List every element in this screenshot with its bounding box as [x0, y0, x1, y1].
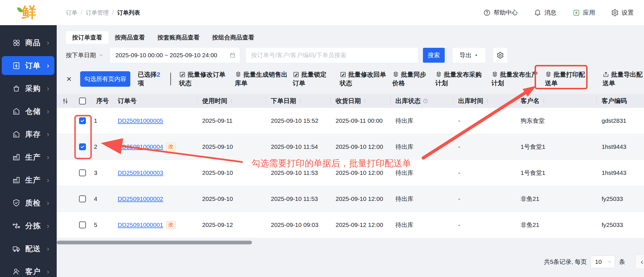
order-number-link[interactable]: DD25091000002 — [118, 195, 163, 202]
cell-customer_code: 1hst9443 — [596, 134, 644, 160]
scrollbar-thumb[interactable] — [57, 241, 252, 244]
row-checkbox[interactable] — [79, 195, 86, 202]
row-checkbox[interactable] — [79, 221, 86, 228]
horizontal-scrollbar[interactable] — [57, 241, 644, 244]
close-icon[interactable] — [66, 76, 72, 82]
toolbar-batch-button-2[interactable]: 批量锁定订单 — [293, 70, 330, 88]
prev-page-button[interactable]: ‹ — [635, 255, 644, 269]
order-number-cell: DD25091000002 — [113, 186, 197, 212]
sort-icon[interactable] — [298, 98, 303, 104]
sidebar-item-3[interactable]: 仓储› — [2, 102, 54, 121]
sidebar-item-8[interactable]: 分拣› — [2, 216, 54, 235]
select-all-cell — [74, 94, 91, 108]
cell-value: 待出库 — [395, 169, 413, 177]
selected-suffix: 项 — [138, 80, 144, 87]
column-header-customer[interactable]: 客户名 — [515, 94, 596, 108]
toolbar-batch-button-6[interactable]: 批量发布生产计划 — [491, 70, 539, 88]
date-type-select[interactable]: 按下单日期 — [66, 51, 104, 59]
row-index: 3 — [94, 169, 97, 176]
sidebar-item-label: 生产 — [25, 152, 41, 162]
toolbar-batch-button-4[interactable]: 批量同步价格 — [392, 70, 427, 88]
sort-icon[interactable] — [541, 98, 546, 104]
tab-1[interactable]: 按商品查看 — [109, 31, 151, 44]
order-number-link[interactable]: DD25091000004 — [118, 143, 163, 150]
toolbar-batch-button-1[interactable]: 批量生成销售出库单 — [235, 70, 289, 88]
chevron-right-icon: › — [47, 199, 49, 207]
row-config-cell — [57, 212, 74, 238]
chevron-down-icon — [607, 260, 612, 264]
cell-use_date: 2025-09-11 — [197, 108, 266, 134]
tab-3[interactable]: 按组合商品查看 — [206, 31, 261, 44]
column-settings-icon[interactable] — [62, 97, 69, 105]
topbar-action-label: 应用 — [583, 9, 595, 17]
column-header-use_date[interactable]: 使用时间 — [197, 94, 266, 108]
chevron-right-icon: › — [47, 268, 49, 275]
chevron-right-icon: › — [47, 245, 49, 252]
row-checkbox[interactable] — [79, 143, 86, 150]
layers-icon — [435, 71, 442, 78]
sidebar-item-4[interactable]: 库存› — [2, 125, 54, 144]
column-header-order_date[interactable]: 下单日期 — [266, 94, 330, 108]
search-input[interactable] — [246, 48, 418, 63]
records-summary: 共5条记录, 每页 — [544, 258, 587, 266]
brand-logo[interactable]: 鲜 — [0, 0, 57, 25]
row-index-cell: 1 — [91, 108, 113, 134]
search-button[interactable]: 搜索 — [423, 48, 445, 63]
prev-page-icon: ‹ — [641, 257, 643, 266]
sidebar-item-2[interactable]: 采购› — [2, 79, 54, 98]
breadcrumb-item-orders[interactable]: 订单 — [66, 9, 77, 17]
row-checkbox-cell — [74, 186, 91, 212]
sort-icon[interactable] — [485, 98, 490, 104]
topbar-action-2[interactable]: 应用 — [572, 9, 595, 17]
toolbar-batch-button-8[interactable]: 批量导出配送单 — [602, 70, 644, 88]
toolbar-batch-button-7[interactable]: 批量打印配送单 — [545, 70, 586, 88]
toolbar-batch-button-0[interactable]: 批量修改订单状态 — [179, 70, 229, 88]
cell-value: 2025-09-10 12:00 — [336, 195, 383, 202]
sort-icon[interactable] — [229, 98, 234, 104]
question-circle-icon[interactable] — [423, 98, 428, 104]
cell-customer: 1号食堂1 — [515, 134, 596, 160]
sidebar-item-7[interactable]: 质检› — [2, 193, 54, 212]
sidebar-item-9[interactable]: 配送› — [2, 239, 54, 258]
column-header-outbound_time[interactable]: 出库时间 — [453, 94, 515, 108]
row-checkbox-cell — [74, 160, 91, 186]
sidebar-item-label: 库存 — [25, 129, 41, 139]
main-area: 订单 / 订单管理 / 订单列表 帮助中心消息应用设置 按订单查看按商品查看按套… — [57, 0, 644, 269]
page-size-select[interactable]: 10 — [591, 256, 615, 268]
tab-0[interactable]: 按订单查看 — [66, 31, 109, 44]
order-number-link[interactable]: DD25091000005 — [118, 117, 163, 124]
cell-value: - — [458, 143, 460, 150]
select-all-pages-button[interactable]: 勾选所有页内容 — [80, 71, 130, 87]
sidebar-item-1[interactable]: 订单› — [2, 56, 54, 75]
export-button[interactable]: 导出 — [453, 48, 485, 63]
tab-2[interactable]: 按套账商品查看 — [151, 31, 206, 44]
sort-icon[interactable] — [362, 98, 368, 104]
topbar-action-3[interactable]: 设置 — [611, 9, 634, 17]
logo-text: 鲜 — [21, 3, 36, 23]
date-range-value: 2025-09-10 00:00 ~ 2025-09-10 24:00 — [115, 52, 229, 59]
inventory-icon — [12, 130, 21, 138]
chevron-right-icon: › — [47, 108, 49, 115]
topbar-action-1[interactable]: 消息 — [534, 9, 556, 17]
sidebar-item-0[interactable]: 商品› — [2, 33, 54, 52]
order-number-link[interactable]: DD25091000001 — [118, 221, 163, 228]
sidebar-item-5[interactable]: 生产› — [2, 148, 54, 167]
breadcrumb-item-order-management[interactable]: 订单管理 — [86, 9, 109, 17]
select-all-checkbox[interactable] — [79, 98, 86, 104]
topbar-action-label: 消息 — [544, 9, 556, 17]
date-range-input[interactable]: 2025-09-10 00:00 ~ 2025-09-10 24:00 — [110, 48, 240, 63]
column-header-receive_date[interactable]: 收货日期 — [330, 94, 390, 108]
sidebar-item-6[interactable]: 生产› — [2, 171, 54, 189]
topbar-action-0[interactable]: 帮助中心 — [483, 9, 518, 17]
toolbar-batch-button-5[interactable]: 批量发布采购计划 — [435, 70, 484, 88]
cell-outbound_time: - — [453, 108, 515, 134]
sidebar-item-10[interactable]: 客户› — [2, 262, 54, 277]
table-settings-button[interactable] — [493, 48, 507, 63]
cell-value: 狗东食堂 — [521, 117, 545, 125]
row-checkbox[interactable] — [79, 117, 86, 124]
cell-outbound_time: - — [453, 134, 515, 160]
toolbar-batch-button-3[interactable]: 批量修改回单状态 — [340, 70, 388, 88]
row-checkbox[interactable] — [79, 169, 86, 176]
selected-prefix: 已选择 — [138, 71, 157, 78]
order-number-link[interactable]: DD25091000003 — [118, 169, 163, 176]
